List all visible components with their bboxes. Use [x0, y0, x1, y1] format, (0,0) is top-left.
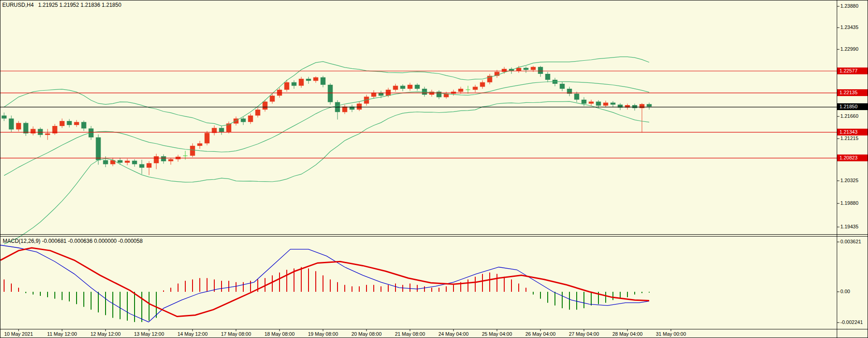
price-axis-label: 1.19880 — [840, 200, 858, 206]
price-axis-label: 1.19435 — [840, 224, 858, 229]
price-level-tag: 1.21343 — [837, 129, 868, 135]
time-axis-label: 17 May 08:00 — [214, 331, 258, 337]
time-axis-label: 21 May 08:00 — [388, 331, 432, 337]
macd-axis-label: 0.003621 — [840, 239, 861, 244]
chart-canvas — [0, 0, 868, 338]
time-axis-label: 14 May 12:00 — [171, 331, 214, 337]
price-axis-label: 1.21215 — [840, 135, 858, 141]
price-axis-label: 1.21660 — [840, 113, 858, 119]
symbol-ohlc-title: EURUSD,H4 1.21925 1.21952 1.21836 1.2185… — [2, 2, 121, 8]
time-axis-label: 26 May 04:00 — [519, 331, 562, 337]
time-axis-label: 27 May 04:00 — [562, 331, 606, 337]
time-axis-label: 11 May 12:00 — [40, 331, 84, 337]
price-axis-label: 1.20325 — [840, 178, 858, 183]
price-level-tag: 1.20823 — [837, 155, 868, 161]
time-axis-label: 19 May 08:00 — [301, 331, 345, 337]
price-level-tag: 1.22135 — [837, 89, 868, 96]
time-axis-label: 12 May 12:00 — [84, 331, 127, 337]
time-axis-label: 13 May 12:00 — [127, 331, 171, 337]
price-axis-label: 1.23880 — [840, 3, 858, 9]
time-axis-label: 28 May 04:00 — [606, 331, 649, 337]
price-axis-label: 1.22990 — [840, 46, 858, 52]
time-axis-label: 18 May 08:00 — [258, 331, 301, 337]
price-level-tag: 1.21850 — [837, 103, 868, 110]
time-axis-label: 25 May 04:00 — [475, 331, 519, 337]
macd-axis-label: -0.002241 — [840, 319, 863, 325]
macd-axis-label: 0.00 — [840, 289, 850, 294]
macd-indicator-label: MACD(12,26,9) -0.000681 -0.000636 0.0000… — [3, 238, 143, 244]
time-axis-label: 10 May 2021 — [0, 331, 40, 337]
time-axis-label: 31 May 00:00 — [649, 331, 693, 337]
price-axis-label: 1.23435 — [840, 24, 858, 30]
time-axis-label: 20 May 08:00 — [345, 331, 388, 337]
time-axis-label: 24 May 04:00 — [432, 331, 475, 337]
price-level-tag: 1.22577 — [837, 68, 868, 74]
mt4-chart-window: EURUSD,H4 1.21925 1.21952 1.21836 1.2185… — [0, 0, 868, 338]
